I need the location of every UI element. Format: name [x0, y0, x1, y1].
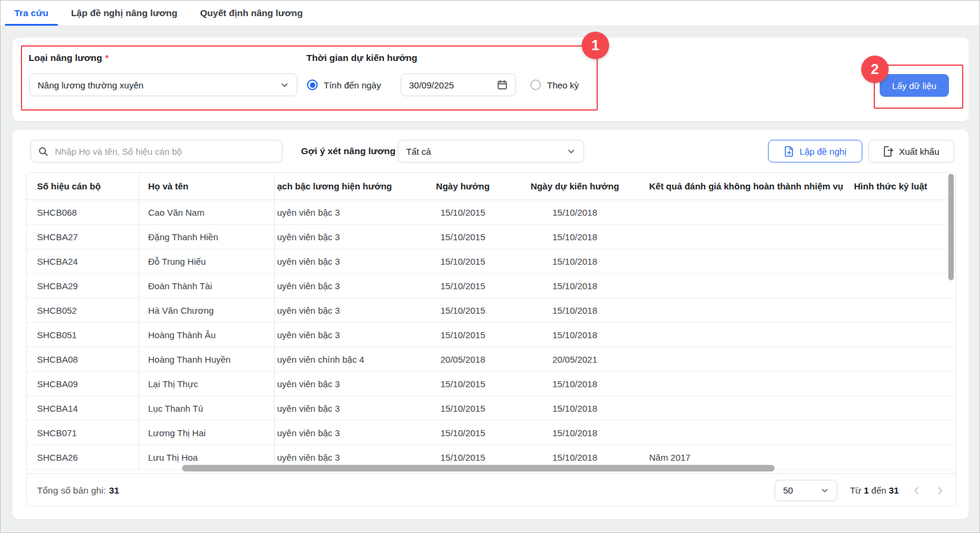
table-cell: uyên viên bậc 3 [275, 225, 412, 249]
table-cell: 15/10/2018 [514, 200, 636, 224]
table-cell [848, 347, 956, 371]
table-row[interactable]: SHCB071Lương Thị Haiuyên viên bậc 315/10… [27, 421, 956, 445]
radio-theo-ky[interactable] [530, 79, 541, 90]
table-cell: Hoàng Thanh Huyền [139, 347, 275, 371]
vertical-scrollbar-thumb[interactable] [948, 174, 954, 280]
tab-tra-cuu[interactable]: Tra cứu [5, 1, 58, 26]
table-cell: Lại Thị Thực [139, 372, 275, 396]
table-cell [636, 421, 848, 445]
search-icon [38, 146, 48, 157]
table-body: SHCB068Cao Văn Namuyên viên bậc 315/10/2… [27, 200, 956, 470]
table-cell: SHCBA27 [27, 225, 139, 249]
table-cell: Lục Thanh Tú [139, 396, 275, 420]
annotation-step-2-badge: 2 [861, 56, 889, 83]
table-row[interactable]: SHCBA24Đỗ Trung Hiếuuyên viên bậc 315/10… [27, 249, 956, 274]
table-cell [636, 249, 848, 273]
table-cell: 15/10/2018 [514, 396, 636, 420]
fetch-data-button[interactable]: Lấy dữ liệu [880, 74, 949, 97]
table-cell [636, 274, 848, 298]
table-cell [636, 372, 848, 396]
table-header-cell: Họ và tên [139, 173, 275, 200]
radio-row-period: Theo kỳ [530, 79, 579, 90]
table-cell [636, 323, 848, 347]
chevron-down-icon [280, 81, 289, 90]
table-cell: 15/10/2015 [412, 421, 514, 445]
table-cell: uyên viên chính bậc 4 [275, 347, 412, 371]
create-proposal-label: Lập đề nghị [800, 146, 846, 157]
table-row[interactable]: SHCB051Hoàng Thành Âuuyên viên bậc 315/1… [27, 323, 956, 347]
app-window: Tra cứu Lập đề nghị nâng lương Quyết địn… [0, 0, 980, 533]
total-records-label: Tổng số bản ghi: [37, 485, 106, 495]
tab-quyet-dinh-nang-luong[interactable]: Quyết định nâng lương [191, 1, 312, 26]
chevron-down-icon [567, 147, 576, 156]
document-plus-icon [784, 146, 794, 157]
table-cell: 20/05/2021 [514, 347, 636, 371]
radio-tinh-den-ngay[interactable] [307, 79, 318, 90]
total-records: Tổng số bản ghi:31 [37, 485, 119, 496]
table-cell [636, 298, 848, 322]
table-cell [848, 200, 956, 224]
table-row[interactable]: SHCBA27Đặng Thanh Hiềnuyên viên bậc 315/… [27, 225, 956, 249]
horizontal-scrollbar-thumb[interactable] [182, 465, 775, 471]
annotation-step-1-badge: 1 [582, 32, 609, 59]
table-row[interactable]: SHCBA08Hoàng Thanh Huyềnuyên viên chính … [27, 347, 956, 372]
tab-lap-de-nghi-nang-luong[interactable]: Lập đề nghị nâng lương [62, 1, 187, 26]
required-asterisk: * [105, 53, 109, 63]
table-cell [848, 225, 956, 249]
search-input[interactable] [54, 146, 275, 157]
table-cell: SHCB071 [27, 421, 139, 445]
table-cell: uyên viên bậc 3 [275, 396, 412, 420]
next-page-button[interactable] [935, 485, 945, 496]
suggest-select[interactable]: Tất cả [398, 140, 584, 163]
table-cell: 15/10/2018 [514, 372, 636, 396]
table-row[interactable]: SHCB068Cao Văn Namuyên viên bậc 315/10/2… [27, 200, 956, 225]
table-cell: 15/10/2018 [514, 225, 636, 249]
filter-card: Loại nâng lương* Nâng lương thường xuyên… [13, 38, 969, 121]
radio-label-to-date: Tính đến ngày [324, 80, 381, 90]
table-cell: SHCB051 [27, 323, 139, 347]
export-icon [883, 146, 893, 157]
label-salary-type: Loại nâng lương* [29, 53, 109, 63]
page-size-select[interactable]: 50 [775, 480, 837, 501]
table-header-cell: Số hiệu cán bộ [27, 173, 139, 200]
table-card: Gợi ý xét nâng lương Tất cả Lập đề nghị … [13, 130, 969, 519]
table-cell: Đỗ Trung Hiếu [139, 249, 275, 273]
table-header-cell: Kết quả đánh giá không hoàn thành nhiệm … [636, 173, 848, 200]
pagination-range: Từ 1 đến 31 [850, 485, 899, 495]
table-cell: uyên viên bậc 3 [275, 298, 412, 322]
prev-page-button[interactable] [911, 485, 922, 496]
table-cell: 15/10/2015 [412, 200, 514, 224]
table-row[interactable]: SHCBA14Lục Thanh Túuyên viên bậc 315/10/… [27, 396, 956, 421]
table-cell [848, 249, 956, 273]
export-button[interactable]: Xuất khẩu [868, 140, 954, 163]
export-label: Xuất khẩu [899, 146, 939, 157]
date-value: 30/09/2025 [409, 80, 454, 90]
table-cell: uyên viên bậc 3 [275, 274, 412, 298]
table-footer: Tổng số bản ghi:31 50 Từ 1 đến 31 [27, 473, 956, 507]
table-cell [848, 396, 956, 420]
table-cell [848, 323, 956, 347]
table-cell: 15/10/2018 [514, 323, 636, 347]
table-cell: 15/10/2015 [412, 274, 514, 298]
table-cell: 15/10/2018 [514, 421, 636, 445]
calendar-icon[interactable] [497, 79, 508, 90]
table-row[interactable]: SHCBA09Lại Thị Thựcuyên viên bậc 315/10/… [27, 372, 956, 396]
table-cell [848, 372, 956, 396]
date-input[interactable]: 30/09/2025 [401, 73, 516, 96]
table-cell: 15/10/2015 [412, 225, 514, 249]
table-cell: 15/10/2018 [514, 274, 636, 298]
table-row[interactable]: SHCBA29Đoàn Thành Tàiuyên viên bậc 315/1… [27, 274, 956, 298]
label-suggest: Gợi ý xét nâng lương [301, 146, 395, 157]
table-cell: SHCBA26 [27, 445, 139, 469]
table-cell [848, 298, 956, 322]
table-header-row: Số hiệu cán bộHọ và tênạch bậc lương hiệ… [27, 173, 956, 200]
create-proposal-button[interactable]: Lập đề nghị [768, 140, 862, 163]
table-cell [636, 396, 848, 420]
page-size-value: 50 [783, 485, 793, 495]
salary-type-select[interactable]: Nâng lương thường xuyên [29, 73, 297, 96]
table-row[interactable]: SHCB052Hà Văn Chươnguyên viên bậc 315/10… [27, 298, 956, 323]
table-cell [636, 225, 848, 249]
table-cell: uyên viên bậc 3 [275, 323, 412, 347]
tab-bar: Tra cứu Lập đề nghị nâng lương Quyết địn… [1, 1, 979, 26]
pagination: 50 Từ 1 đến 31 [775, 480, 945, 501]
